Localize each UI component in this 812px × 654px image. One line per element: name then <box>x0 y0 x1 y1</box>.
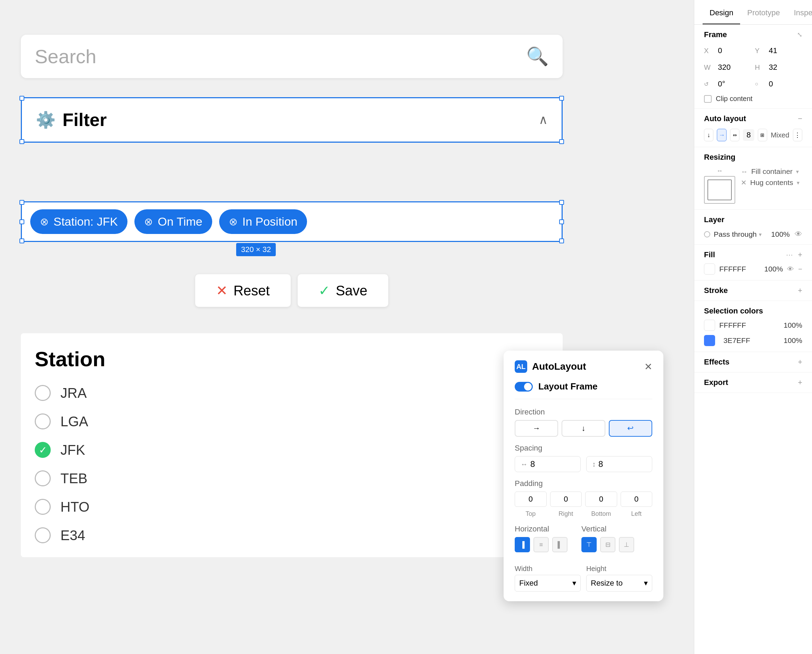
width-select[interactable]: Fixed ▾ <box>515 575 581 591</box>
layout-dir-right-btn[interactable]: → <box>717 129 726 141</box>
clip-content-checkbox[interactable] <box>704 95 712 103</box>
v-spacing-input[interactable]: ↕ 8 <box>586 456 652 472</box>
fill-more-icon[interactable]: ⋯ <box>786 251 793 259</box>
fill-section: Fill ⋯ + FFFFFF 100% 👁 − <box>694 245 812 281</box>
radio-teb[interactable] <box>35 471 51 486</box>
station-item-jfk[interactable]: ✓ JFK <box>35 442 549 458</box>
station-item-hto[interactable]: HTO <box>35 499 549 515</box>
layout-more-btn[interactable]: ⋮ <box>793 129 802 141</box>
radio-jfk[interactable]: ✓ <box>35 442 51 458</box>
station-item-e34[interactable]: E34 <box>35 527 549 543</box>
tab-design[interactable]: Design <box>703 0 740 24</box>
fill-color-swatch[interactable] <box>704 263 715 275</box>
dir-right-btn[interactable]: → <box>515 420 558 437</box>
h-value[interactable]: 32 <box>765 61 803 74</box>
popup-close-icon[interactable]: ✕ <box>644 361 652 373</box>
padding-left-input[interactable]: 0 <box>620 492 653 507</box>
handle-br[interactable] <box>559 139 564 144</box>
rotation-value[interactable]: 0° <box>714 77 752 90</box>
filter-tag-jfk[interactable]: ⊗ Station: JFK <box>30 209 127 234</box>
v-align-bottom-btn[interactable]: ⊥ <box>619 537 634 552</box>
sel-color-hex-2[interactable]: 3E7EFF <box>723 336 779 345</box>
dir-wrap-btn[interactable]: ↩ <box>609 420 652 437</box>
handle-tr[interactable] <box>559 96 564 101</box>
filter-header: ⚙️ Filter ∧ <box>22 98 562 142</box>
sel-color-swatch-2[interactable] <box>704 335 715 346</box>
layer-mode-selector[interactable]: Pass through ▾ <box>714 230 761 238</box>
tags-handle-tl[interactable] <box>20 200 24 205</box>
padding-bottom-input[interactable]: 0 <box>585 492 617 507</box>
h-align-center-btn[interactable]: ≡ <box>533 537 549 552</box>
sel-color-opacity-2[interactable]: 100% <box>783 336 802 345</box>
fill-opacity-value[interactable]: 100% <box>765 265 783 273</box>
handle-tl[interactable] <box>20 96 24 101</box>
station-item-jra[interactable]: JRA <box>35 385 549 401</box>
layout-spacing-value[interactable]: 8 <box>743 129 754 141</box>
radio-e34[interactable] <box>35 527 51 543</box>
filter-tag-ontime[interactable]: ⊗ On Time <box>135 209 212 234</box>
search-input-area[interactable]: Search <box>35 45 519 68</box>
export-add-icon[interactable]: + <box>798 378 802 387</box>
tags-handle-mr[interactable] <box>559 219 564 224</box>
sel-color-swatch-1[interactable] <box>704 320 715 331</box>
frame-expand[interactable]: ⤡ <box>797 31 802 38</box>
station-item-teb[interactable]: TEB <box>35 471 549 486</box>
h-spacing-input[interactable]: ↔ 8 <box>515 456 581 472</box>
layer-opacity-value[interactable]: 100% <box>771 230 790 238</box>
fill-add-icon[interactable]: + <box>798 250 802 259</box>
corner-value[interactable]: 0 <box>765 77 803 90</box>
layout-dir-down-btn[interactable]: ↓ <box>704 129 713 141</box>
search-icon[interactable]: 🔍 <box>526 46 549 67</box>
direction-label: Direction <box>515 408 652 417</box>
w-value[interactable]: 320 <box>714 61 752 74</box>
layout-frame-toggle[interactable] <box>515 382 533 391</box>
hug-contents-option-text[interactable]: ✕ Hug contents ▾ <box>741 179 800 187</box>
auto-layout-remove-icon[interactable]: − <box>798 114 802 123</box>
station-list: JRA LGA ✓ JFK TEB HTO E34 <box>35 385 549 543</box>
v-spacing-icon: ↕ <box>592 460 596 468</box>
fill-remove-icon[interactable]: − <box>798 265 802 273</box>
h-align-left-btn[interactable]: ▐ <box>515 537 530 552</box>
dir-down-btn[interactable]: ↓ <box>562 420 605 437</box>
clip-content-row[interactable]: Clip content <box>704 95 802 103</box>
tab-prototype[interactable]: Prototype <box>740 0 787 24</box>
fill-container-option[interactable]: ↔ <box>717 167 723 174</box>
station-item-lga[interactable]: LGA <box>35 413 549 429</box>
height-select[interactable]: Resize to ▾ <box>586 575 652 591</box>
tags-handle-bl[interactable] <box>20 238 24 243</box>
padding-top-input[interactable]: 0 <box>515 492 547 507</box>
radio-hto[interactable] <box>35 499 51 515</box>
y-value[interactable]: 41 <box>765 44 803 57</box>
tags-handle-br[interactable] <box>559 238 564 243</box>
sel-color-opacity-1[interactable]: 100% <box>783 321 802 329</box>
sel-color-hex-1[interactable]: FFFFFF <box>719 321 779 329</box>
handle-bl[interactable] <box>20 139 24 144</box>
reset-button[interactable]: ✕ Reset <box>195 274 291 307</box>
visibility-icon[interactable]: 👁 <box>795 230 802 239</box>
fill-hex-value[interactable]: FFFFFF <box>719 265 760 273</box>
h-align-right-btn[interactable]: ▌ <box>552 537 567 552</box>
save-button[interactable]: ✓ Save <box>298 274 388 307</box>
tag-label-ontime: On Time <box>158 215 202 228</box>
tags-handle-tr[interactable] <box>559 200 564 205</box>
fill-eye-icon[interactable]: 👁 <box>787 265 794 273</box>
popup-title: AutoLayout <box>532 361 586 372</box>
radio-lga[interactable] <box>35 413 51 429</box>
padding-right-input[interactable]: 0 <box>550 492 582 507</box>
resizing-header: Resizing <box>704 153 802 162</box>
tags-handle-ml[interactable] <box>20 219 24 224</box>
effects-add-icon[interactable]: + <box>798 358 802 367</box>
fill-container-option-text[interactable]: ↔ Fill container ▾ <box>741 167 800 176</box>
stroke-add-icon[interactable]: + <box>798 286 802 295</box>
width-chevron-icon: ▾ <box>572 579 576 588</box>
radio-jra[interactable] <box>35 385 51 401</box>
tab-inspect[interactable]: Inspect <box>787 0 812 24</box>
filter-tag-inpos[interactable]: ⊗ In Position <box>219 209 307 234</box>
filter-chevron-icon[interactable]: ∧ <box>539 113 548 127</box>
x-value[interactable]: 0 <box>714 44 752 57</box>
layout-align-btn[interactable]: ⊞ <box>758 129 767 141</box>
station-code-teb: TEB <box>60 471 87 486</box>
v-align-top-btn[interactable]: ⊤ <box>581 537 597 552</box>
layout-spacing-btn[interactable]: ⇔ <box>730 129 739 141</box>
v-align-middle-btn[interactable]: ⊟ <box>600 537 616 552</box>
